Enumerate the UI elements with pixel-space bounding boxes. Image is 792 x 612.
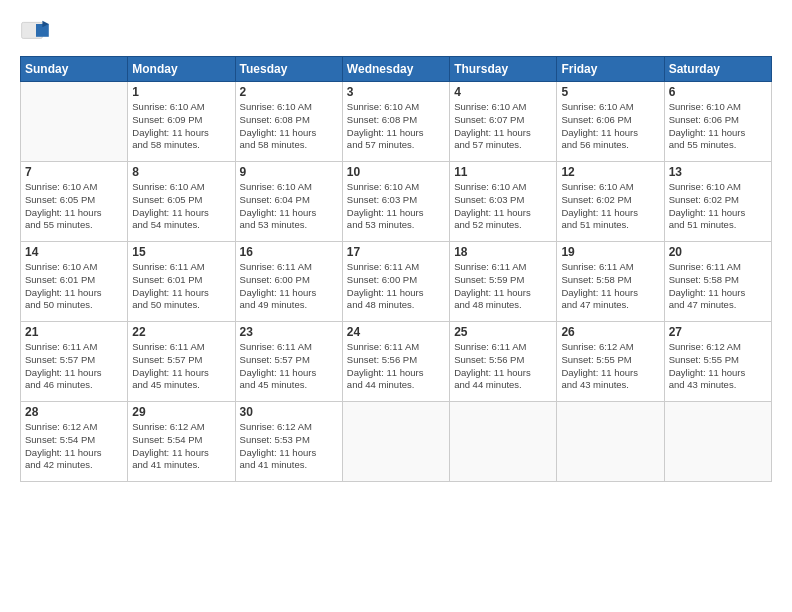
day-info: Sunrise: 6:10 AM Sunset: 6:02 PM Dayligh… — [561, 181, 659, 232]
day-info: Sunrise: 6:12 AM Sunset: 5:54 PM Dayligh… — [25, 421, 123, 472]
day-number: 8 — [132, 165, 230, 179]
day-info: Sunrise: 6:11 AM Sunset: 6:00 PM Dayligh… — [240, 261, 338, 312]
day-info: Sunrise: 6:10 AM Sunset: 6:06 PM Dayligh… — [669, 101, 767, 152]
col-monday: Monday — [128, 57, 235, 82]
day-number: 24 — [347, 325, 445, 339]
table-row: 10Sunrise: 6:10 AM Sunset: 6:03 PM Dayli… — [342, 162, 449, 242]
table-row: 5Sunrise: 6:10 AM Sunset: 6:06 PM Daylig… — [557, 82, 664, 162]
day-number: 16 — [240, 245, 338, 259]
day-info: Sunrise: 6:10 AM Sunset: 6:08 PM Dayligh… — [240, 101, 338, 152]
day-number: 29 — [132, 405, 230, 419]
day-number: 12 — [561, 165, 659, 179]
table-row: 25Sunrise: 6:11 AM Sunset: 5:56 PM Dayli… — [450, 322, 557, 402]
table-row: 29Sunrise: 6:12 AM Sunset: 5:54 PM Dayli… — [128, 402, 235, 482]
day-number: 19 — [561, 245, 659, 259]
col-sunday: Sunday — [21, 57, 128, 82]
calendar-header-row: Sunday Monday Tuesday Wednesday Thursday… — [21, 57, 772, 82]
table-row: 4Sunrise: 6:10 AM Sunset: 6:07 PM Daylig… — [450, 82, 557, 162]
day-info: Sunrise: 6:12 AM Sunset: 5:55 PM Dayligh… — [669, 341, 767, 392]
table-row: 27Sunrise: 6:12 AM Sunset: 5:55 PM Dayli… — [664, 322, 771, 402]
day-number: 2 — [240, 85, 338, 99]
day-number: 13 — [669, 165, 767, 179]
day-info: Sunrise: 6:10 AM Sunset: 6:04 PM Dayligh… — [240, 181, 338, 232]
table-row: 22Sunrise: 6:11 AM Sunset: 5:57 PM Dayli… — [128, 322, 235, 402]
day-info: Sunrise: 6:11 AM Sunset: 5:56 PM Dayligh… — [347, 341, 445, 392]
day-info: Sunrise: 6:10 AM Sunset: 6:01 PM Dayligh… — [25, 261, 123, 312]
table-row: 18Sunrise: 6:11 AM Sunset: 5:59 PM Dayli… — [450, 242, 557, 322]
table-row — [557, 402, 664, 482]
day-info: Sunrise: 6:11 AM Sunset: 5:57 PM Dayligh… — [25, 341, 123, 392]
day-info: Sunrise: 6:10 AM Sunset: 6:07 PM Dayligh… — [454, 101, 552, 152]
calendar-week-row: 28Sunrise: 6:12 AM Sunset: 5:54 PM Dayli… — [21, 402, 772, 482]
calendar-week-row: 7Sunrise: 6:10 AM Sunset: 6:05 PM Daylig… — [21, 162, 772, 242]
table-row: 28Sunrise: 6:12 AM Sunset: 5:54 PM Dayli… — [21, 402, 128, 482]
day-number: 25 — [454, 325, 552, 339]
day-info: Sunrise: 6:10 AM Sunset: 6:05 PM Dayligh… — [132, 181, 230, 232]
day-number: 1 — [132, 85, 230, 99]
table-row: 3Sunrise: 6:10 AM Sunset: 6:08 PM Daylig… — [342, 82, 449, 162]
day-info: Sunrise: 6:11 AM Sunset: 6:01 PM Dayligh… — [132, 261, 230, 312]
day-number: 15 — [132, 245, 230, 259]
page: Sunday Monday Tuesday Wednesday Thursday… — [0, 0, 792, 612]
day-number: 10 — [347, 165, 445, 179]
day-info: Sunrise: 6:10 AM Sunset: 6:09 PM Dayligh… — [132, 101, 230, 152]
day-number: 11 — [454, 165, 552, 179]
day-info: Sunrise: 6:11 AM Sunset: 5:57 PM Dayligh… — [132, 341, 230, 392]
table-row: 11Sunrise: 6:10 AM Sunset: 6:03 PM Dayli… — [450, 162, 557, 242]
col-friday: Friday — [557, 57, 664, 82]
day-info: Sunrise: 6:11 AM Sunset: 5:56 PM Dayligh… — [454, 341, 552, 392]
col-thursday: Thursday — [450, 57, 557, 82]
table-row: 21Sunrise: 6:11 AM Sunset: 5:57 PM Dayli… — [21, 322, 128, 402]
table-row: 24Sunrise: 6:11 AM Sunset: 5:56 PM Dayli… — [342, 322, 449, 402]
header — [20, 16, 772, 48]
calendar-week-row: 21Sunrise: 6:11 AM Sunset: 5:57 PM Dayli… — [21, 322, 772, 402]
table-row: 26Sunrise: 6:12 AM Sunset: 5:55 PM Dayli… — [557, 322, 664, 402]
day-number: 17 — [347, 245, 445, 259]
table-row: 9Sunrise: 6:10 AM Sunset: 6:04 PM Daylig… — [235, 162, 342, 242]
day-info: Sunrise: 6:10 AM Sunset: 6:08 PM Dayligh… — [347, 101, 445, 152]
day-info: Sunrise: 6:10 AM Sunset: 6:03 PM Dayligh… — [347, 181, 445, 232]
day-number: 27 — [669, 325, 767, 339]
day-info: Sunrise: 6:10 AM Sunset: 6:06 PM Dayligh… — [561, 101, 659, 152]
table-row: 1Sunrise: 6:10 AM Sunset: 6:09 PM Daylig… — [128, 82, 235, 162]
table-row: 19Sunrise: 6:11 AM Sunset: 5:58 PM Dayli… — [557, 242, 664, 322]
logo-icon — [20, 16, 52, 48]
day-number: 5 — [561, 85, 659, 99]
day-info: Sunrise: 6:11 AM Sunset: 6:00 PM Dayligh… — [347, 261, 445, 312]
table-row: 20Sunrise: 6:11 AM Sunset: 5:58 PM Dayli… — [664, 242, 771, 322]
table-row: 13Sunrise: 6:10 AM Sunset: 6:02 PM Dayli… — [664, 162, 771, 242]
day-info: Sunrise: 6:10 AM Sunset: 6:02 PM Dayligh… — [669, 181, 767, 232]
day-info: Sunrise: 6:12 AM Sunset: 5:53 PM Dayligh… — [240, 421, 338, 472]
day-info: Sunrise: 6:10 AM Sunset: 6:05 PM Dayligh… — [25, 181, 123, 232]
day-number: 26 — [561, 325, 659, 339]
calendar-week-row: 1Sunrise: 6:10 AM Sunset: 6:09 PM Daylig… — [21, 82, 772, 162]
col-saturday: Saturday — [664, 57, 771, 82]
day-number: 14 — [25, 245, 123, 259]
day-info: Sunrise: 6:11 AM Sunset: 5:59 PM Dayligh… — [454, 261, 552, 312]
table-row: 16Sunrise: 6:11 AM Sunset: 6:00 PM Dayli… — [235, 242, 342, 322]
col-wednesday: Wednesday — [342, 57, 449, 82]
day-number: 9 — [240, 165, 338, 179]
day-info: Sunrise: 6:12 AM Sunset: 5:55 PM Dayligh… — [561, 341, 659, 392]
table-row: 14Sunrise: 6:10 AM Sunset: 6:01 PM Dayli… — [21, 242, 128, 322]
table-row: 12Sunrise: 6:10 AM Sunset: 6:02 PM Dayli… — [557, 162, 664, 242]
day-number: 7 — [25, 165, 123, 179]
day-number: 21 — [25, 325, 123, 339]
table-row — [342, 402, 449, 482]
day-info: Sunrise: 6:11 AM Sunset: 5:58 PM Dayligh… — [669, 261, 767, 312]
table-row — [450, 402, 557, 482]
table-row: 30Sunrise: 6:12 AM Sunset: 5:53 PM Dayli… — [235, 402, 342, 482]
table-row: 8Sunrise: 6:10 AM Sunset: 6:05 PM Daylig… — [128, 162, 235, 242]
day-number: 28 — [25, 405, 123, 419]
day-number: 3 — [347, 85, 445, 99]
table-row — [21, 82, 128, 162]
day-info: Sunrise: 6:10 AM Sunset: 6:03 PM Dayligh… — [454, 181, 552, 232]
day-number: 6 — [669, 85, 767, 99]
calendar-week-row: 14Sunrise: 6:10 AM Sunset: 6:01 PM Dayli… — [21, 242, 772, 322]
table-row — [664, 402, 771, 482]
day-number: 20 — [669, 245, 767, 259]
day-number: 30 — [240, 405, 338, 419]
table-row: 17Sunrise: 6:11 AM Sunset: 6:00 PM Dayli… — [342, 242, 449, 322]
calendar: Sunday Monday Tuesday Wednesday Thursday… — [20, 56, 772, 482]
table-row: 2Sunrise: 6:10 AM Sunset: 6:08 PM Daylig… — [235, 82, 342, 162]
